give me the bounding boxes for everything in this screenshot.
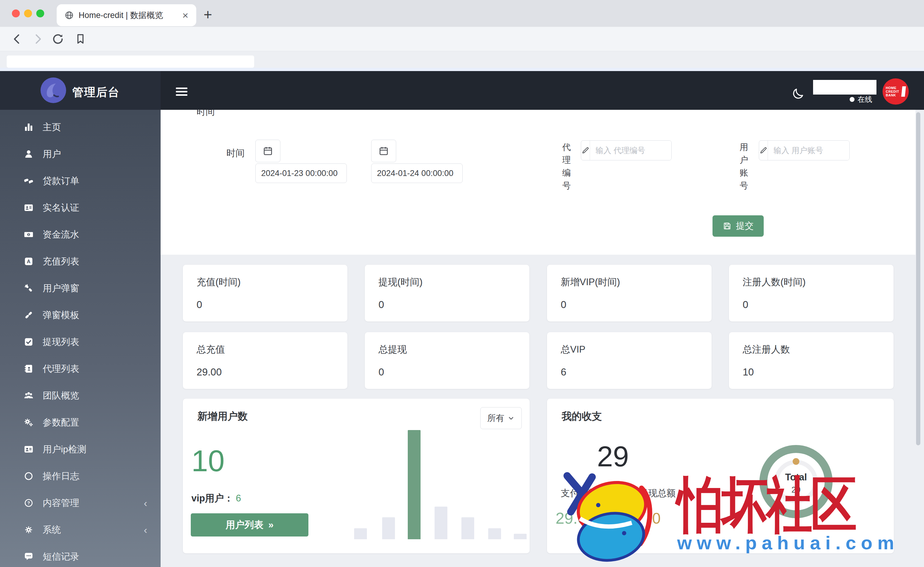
users-icon [24,391,33,400]
new-users-card: 新增用户数 所有 10 vip用户：6 用户列表 » [183,399,530,553]
forward-icon[interactable] [32,33,44,45]
sidebar-item-recharge-list[interactable]: A 充值列表 [0,248,160,275]
stat-value: 0 [561,299,566,310]
stat-card-withdraw-time: 提现(时间) 0 [365,265,530,322]
stat-title: 充值(时间) [196,276,241,289]
stat-value: 6 [561,366,566,378]
date-to-input[interactable] [371,164,463,183]
user-account-group [759,140,850,161]
sidebar: 主页 用户 贷款订单 实名认证 资金流水 A 充值列表 用户弹窗 弹窗模板 提现… [0,110,160,567]
sidebar-item-withdraw-list[interactable]: 提现列表 [0,328,160,355]
save-icon [723,221,732,230]
top-white-strip [7,56,254,68]
app-header-right [160,71,924,110]
gear-icon [24,525,33,535]
dark-mode-moon-icon[interactable] [791,87,804,101]
browser-tab[interactable]: Home-credit | 数据概览 × [57,4,196,26]
sidebar-item-user-ip-check[interactable]: 用户ip检测 [0,436,160,463]
window-close-light[interactable] [12,9,20,17]
sidebar-item-real-name-auth[interactable]: 实名认证 [0,194,160,221]
scrollbar-thumb[interactable] [916,112,920,445]
submit-label: 提交 [736,220,754,232]
hands-icon [24,176,33,186]
svg-text:?: ? [27,501,30,505]
stat-card-total-vip: 总VIP 6 [547,332,712,389]
svg-text:A: A [27,259,30,265]
sidebar-item-agent-list[interactable]: 代理列表 [0,355,160,382]
tab-close-icon[interactable]: × [182,10,188,20]
sidebar-item-operation-log[interactable]: 操作日志 [0,463,160,490]
stat-value: 29.00 [196,366,222,378]
income-card: 我的收支 29 支付总额 提现总额 29.00 0 Total 29 [547,399,894,553]
user-icon [24,149,33,159]
sidebar-item-team-overview[interactable]: 团队概览 [0,382,160,409]
vip-users-line: vip用户：6 [191,492,241,505]
bar-highlight [408,430,420,539]
chart-bars-icon [24,122,33,132]
avatar-text: HOME CREDIT BANK [886,86,899,97]
income-title: 我的收支 [562,410,602,423]
agent-number-input[interactable] [590,141,672,160]
sidebar-item-sms-records[interactable]: 短信记录 [0,543,160,567]
withdraw-total-label: 提现总额 [630,487,676,499]
reload-icon[interactable] [51,32,64,46]
question-circle-icon: ? [24,498,33,508]
window-minimize-light[interactable] [24,9,32,17]
tab-title: Home-credit | 数据概览 [79,10,177,21]
sidebar-item-popup-template[interactable]: 弹窗模板 [0,302,160,328]
check-square-icon [24,337,33,347]
stat-card-registered-time: 注册人数(时间) 0 [729,265,894,322]
donut-center-label: Total [765,472,827,483]
stat-title: 注册人数(时间) [742,276,806,289]
agent-number-group [581,140,672,161]
date-to-calendar-button[interactable] [371,140,396,162]
gears-icon [24,418,33,427]
avatar[interactable]: HOME CREDIT BANK [882,78,909,105]
donut-center-value: 29 [765,485,827,495]
header-user-box[interactable] [813,80,876,95]
money-bill-icon [24,230,33,239]
sidebar-item-parameter-config[interactable]: 参数配置 [0,409,160,436]
clipped-time-label: 时间 [196,110,215,118]
sidebar-item-home[interactable]: 主页 [0,114,160,141]
user-account-label: 用户账号 [739,141,749,192]
sidebar-item-users[interactable]: 用户 [0,141,160,167]
sidebar-item-user-popup[interactable]: 用户弹窗 [0,275,160,302]
sidebar-toggle-icon[interactable] [176,86,188,98]
stat-card-total-registered: 总注册人数 10 [729,332,894,389]
pencil-icon [759,141,768,160]
sidebar-item-content-management[interactable]: ? 内容管理 ‹ [0,490,160,516]
stat-card-total-recharge: 总充值 29.00 [183,332,347,389]
online-dot-icon [850,97,855,102]
stat-card-recharge-time: 充值(时间) 0 [183,265,347,322]
submit-button[interactable]: 提交 [712,215,764,237]
date-from-calendar-button[interactable] [255,140,280,162]
id-card-icon [24,444,33,454]
new-users-title: 新增用户数 [198,410,248,423]
double-arrow-icon: » [268,519,273,530]
bookmark-icon[interactable] [74,33,87,45]
bar [354,528,367,539]
sidebar-item-fund-flow[interactable]: 资金流水 [0,221,160,248]
id-card-icon [24,203,33,213]
sidebar-item-loan-orders[interactable]: 贷款订单 [0,167,160,194]
bar [461,517,474,539]
back-icon[interactable] [11,33,23,45]
new-users-bar-chart [347,399,530,553]
window-zoom-light[interactable] [36,9,44,17]
chevron-left-icon: ‹ [144,497,147,509]
bar [382,517,395,539]
new-users-big-number: 10 [191,444,225,478]
agent-number-label: 代理编号 [561,141,572,192]
brand-logo [40,77,67,104]
address-book-icon [24,364,33,374]
user-list-button[interactable]: 用户列表 » [191,513,308,537]
new-tab-button[interactable]: + [204,6,212,23]
stat-card-new-vip-time: 新增VIP(时间) 0 [547,265,712,322]
user-account-input[interactable] [768,141,850,160]
unlink-icon [24,283,33,293]
stat-title: 提现(时间) [378,276,423,289]
globe-icon [64,11,74,20]
sidebar-item-system[interactable]: 系统 ‹ [0,516,160,543]
date-from-input[interactable] [255,164,347,183]
